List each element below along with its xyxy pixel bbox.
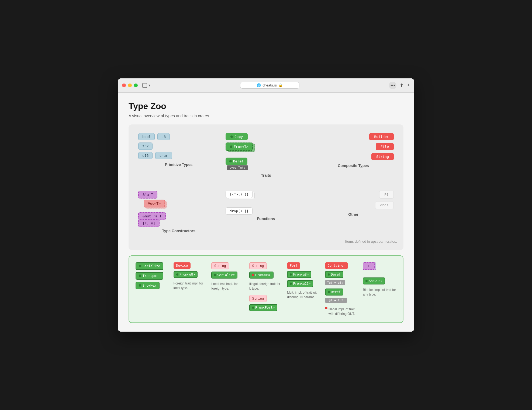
traits-label: Traits (226, 173, 306, 178)
fullscreen-button[interactable] (134, 84, 138, 87)
copy-dot (230, 135, 233, 138)
mut-badge: &mut 'a T (138, 212, 166, 220)
builder-badge: Builder (369, 133, 394, 140)
string-foreign-badge: String (211, 262, 229, 269)
serialize-impl-badge: Serialize (211, 272, 237, 279)
bool-badge: bool (138, 133, 155, 140)
new-tab-button[interactable]: + (407, 82, 410, 88)
col3-desc: Local trait impl. for foreign type. (211, 282, 245, 291)
lower-col-container: Container Deref Tgt = u8; Deref Tgt = f3… (325, 262, 359, 316)
serialize-trait-badge: Serialize (136, 262, 163, 270)
file-badge: File (376, 143, 394, 150)
bottom-grid-row: &'a T Vec<T> Vec<T> &mut 'a T (135, 189, 397, 235)
svg-rect-0 (143, 83, 147, 88)
type-constructors-section: &'a T Vec<T> Vec<T> &mut 'a T (135, 189, 222, 235)
tgt-f32-badge: Tgt = f32; (325, 298, 347, 303)
from-u16-badge: From<u16> (287, 280, 313, 287)
col6-desc: Illegal impl. of trait with differing OU… (329, 307, 359, 316)
items-defined-note: Items defined in upstream crates. (135, 239, 397, 244)
illegal-dot (325, 307, 327, 309)
traffic-lights (122, 84, 138, 87)
browser-content: Type Zoo A visual overview of types and … (118, 93, 414, 332)
lower-col-t: T T ShowHex Blanket impl. of trait for a… (363, 262, 396, 316)
top-grid: bool u8 f32 u16 char Primitive Types (135, 131, 397, 180)
composite-types-label: Composite Types (313, 164, 394, 168)
zoo-container-1: bool u8 f32 u16 char Primitive Types (129, 124, 403, 250)
copy-badge: Copy (226, 133, 248, 140)
lower-col-port: Port From<u8> From<u16> Mult. impl. of t… (287, 262, 321, 316)
section-divider (135, 184, 397, 184)
transport-trait-badge: Transport (136, 272, 163, 280)
browser-titlebar: ▾ 🌐 cheats.rs 🔒 ••• ⬆ + (118, 78, 414, 93)
deref-container-badge: Deref (325, 271, 343, 278)
composite-types-section: Builder File String Composite Types (310, 131, 397, 180)
primitive-types-label: Primitive Types (138, 162, 219, 167)
minimize-button[interactable] (128, 84, 132, 87)
more-button[interactable]: ••• (389, 82, 396, 89)
dbg-badge: dbg! (375, 201, 394, 209)
globe-icon: 🌐 (257, 83, 261, 87)
page-title: Type Zoo (129, 101, 403, 111)
string-badge: String (371, 153, 394, 160)
functions-section: f<T>() {} f<T>() {} drop() {} Functions (222, 189, 310, 235)
browser-window: ▾ 🌐 cheats.rs 🔒 ••• ⬆ + Type Zoo A visua… (118, 78, 414, 332)
fn-badge: f<T>() {} (226, 191, 253, 198)
col2-desc: Foreign trait impl. for local type. (174, 281, 207, 290)
pi-badge: PI (379, 191, 394, 199)
port-badge: Port (287, 262, 300, 269)
address-bar: 🌐 cheats.rs 🔒 (154, 82, 386, 89)
showhex-trait-badge: ShowHex (136, 282, 160, 289)
url-text: cheats.rs (262, 83, 277, 87)
lower-col-string: String Serialize Local trait impl. for f… (211, 262, 245, 316)
type-tgt-badge: type Tgt; (227, 165, 248, 170)
type-constructors-label: Type Constructors (138, 229, 219, 233)
from-u8-illegal-badge: From<u8> (249, 272, 274, 279)
col4-desc: Illegal, foreign trait for f. type. (249, 282, 283, 291)
lower-col-device: Device From<u8> Foreign trait impl. for … (174, 262, 207, 316)
lower-col-traits: Serialize Transport ShowHex (136, 262, 169, 316)
u8-badge: u8 (157, 133, 170, 140)
u16-badge: u16 (138, 152, 153, 159)
traits-section: Copy From<T> From<T> (222, 131, 310, 180)
close-button[interactable] (122, 84, 126, 87)
share-button[interactable]: ⬆ (400, 82, 404, 88)
tgt-u8-badge: Tgt = u8; (325, 280, 346, 285)
drop-badge: drop() {} (226, 207, 253, 215)
string-illegal-badge: String (249, 262, 267, 269)
t-badge: T (363, 262, 374, 270)
zoo-container-2: Serialize Transport ShowHex Device (129, 255, 403, 323)
from-u8-port-badge: From<u8> (287, 271, 311, 278)
deref2-container-badge: Deref (325, 289, 343, 296)
from-port-badge: From<Port> (249, 304, 277, 311)
illegal-desc-container: Illegal impl. of trait with differing OU… (325, 306, 359, 316)
col7-desc: Blanket impl. of trait for any type. (363, 288, 396, 297)
sidebar-toggle[interactable]: ▾ (142, 83, 150, 88)
container-badge: Container (325, 262, 348, 269)
address-pill[interactable]: 🌐 cheats.rs 🔒 (240, 82, 299, 89)
array-badge: [T; n] (138, 219, 160, 227)
other-label: Other (313, 212, 394, 217)
char-badge: char (155, 152, 172, 159)
f32-badge: f32 (138, 143, 153, 150)
nav-buttons: ⬆ + (400, 82, 410, 88)
lock-icon: 🔒 (278, 83, 283, 87)
vec-badge: Vec<T> (144, 200, 165, 207)
col5-desc: Mult. impl. of trait with differing IN p… (287, 290, 321, 300)
functions-label: Functions (226, 217, 306, 221)
string-badge2: String (249, 295, 267, 302)
ref-badge: &'a T (138, 191, 157, 199)
other-section: PI dbg! Other (310, 189, 397, 235)
from-u8-badge-2: From<u8> (174, 271, 198, 278)
lower-grid: Serialize Transport ShowHex Device (136, 262, 396, 316)
showhex-blanket-badge: ShowHex (363, 277, 385, 284)
primitive-types-section: bool u8 f32 u16 char Primitive Types (135, 131, 222, 180)
lower-col-illegal: String From<u8> Illegal, foreign trait f… (249, 262, 283, 316)
page-subtitle: A visual overview of types and traits in… (129, 113, 403, 118)
from-t-badge: From<T> (226, 143, 253, 151)
device-badge: Device (174, 262, 191, 269)
deref-badge: Deref (226, 158, 247, 165)
